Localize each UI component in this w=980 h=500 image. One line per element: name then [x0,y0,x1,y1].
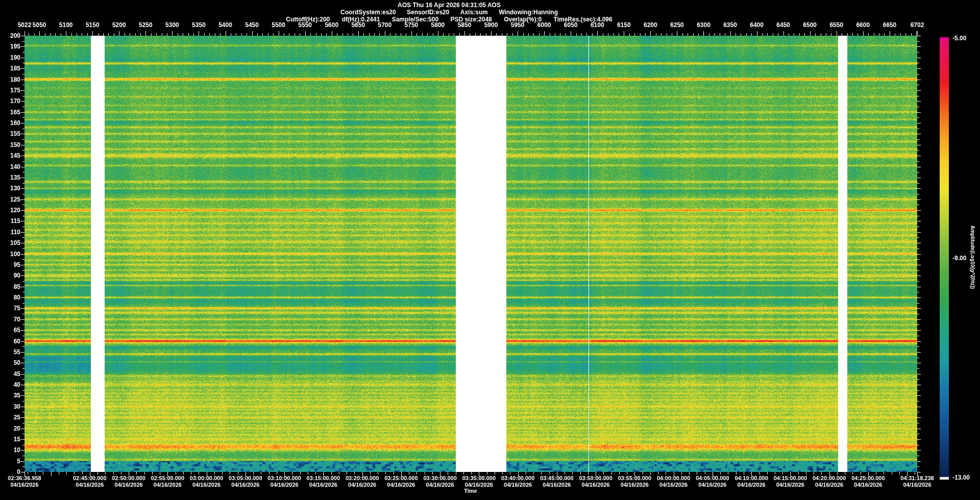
left-axis-tick-label: 190 [1,55,20,61]
left-axis-tick-label: 50 [1,360,20,366]
top-axis-tick-label: 5950 [511,21,525,29]
top-axis-tick-label: 5400 [218,21,232,29]
left-axis-tick-label: 20 [1,426,20,432]
param-sensorid: SensorID:es20 [407,9,449,16]
left-axis-tick-label: 125 [1,196,20,203]
top-axis-tick-label: 5050 [33,21,46,29]
time-value: 04:25:00.000 [851,475,885,481]
left-axis-tick-label: 75 [1,305,20,311]
colorbar-mid-label: -9.00 [952,255,966,262]
top-axis-tick-label: 5350 [192,21,206,29]
left-axis-tick-label: 110 [1,229,20,235]
top-axis-tick-label: 5550 [298,21,312,29]
top-axis-tick-label: 6650 [883,21,897,29]
left-axis-tick-label: 160 [1,120,20,126]
left-axis-tick-label: 25 [1,414,20,420]
top-axis-tick-label: 5100 [59,21,73,29]
left-axis-tick-label: 140 [1,164,20,170]
left-axis-tick-label: 165 [1,109,20,115]
left-axis-tick-label: 55 [1,349,20,355]
left-axis-tick-label: 185 [1,65,20,71]
top-axis-tick-label: 5250 [139,21,153,29]
left-axis-tick-label: 60 [1,338,20,344]
top-axis-tick-label: 6050 [564,21,578,29]
left-axis-tick-label: 45 [1,371,20,377]
top-axis-tick-label: 5850 [458,21,472,29]
top-axis-tick-label: 6250 [670,21,684,29]
param-windowing: Windowing:Hanning [499,9,558,16]
left-axis-tick-label: 80 [1,294,20,301]
left-axis-tick-label: 15 [1,436,20,442]
top-axis-tick-label: 5500 [272,21,285,29]
left-axis-tick-label: 135 [1,174,20,181]
left-axis-tick-label: 105 [1,240,20,246]
bottom-axis-time-label: 02:36:36.95804/16/2026 [0,475,58,488]
top-axis-tick-label: 6000 [537,21,551,29]
top-axis-tick-label: 5650 [351,21,365,29]
time-axis-title: Time [445,488,496,494]
spectrogram-plot[interactable] [24,36,917,472]
left-axis-tick-label: 30 [1,404,20,410]
colorbar-axis-title: Amplitude(Log10(g^2/Hz)) [970,226,975,289]
left-axis-tick-label: 115 [1,218,20,224]
top-axis-tick-label: 6350 [723,21,737,29]
left-axis-tick-label: 35 [1,392,20,398]
top-axis-tick-label: 5022 [18,21,32,29]
colorbar-max-label: -5.00 [952,35,966,42]
top-axis-tick-label: 5750 [405,21,419,29]
top-axis-tick-label: 6450 [776,21,790,29]
left-axis-tick-label: 150 [1,142,20,148]
left-axis-tick-label: 170 [1,98,20,104]
top-axis-tick-label: 6150 [617,21,631,29]
top-axis-tick-label: 5900 [484,21,498,29]
left-axis-tick-label: 200 [1,33,20,39]
bottom-axis-time-label: 04:31:18.23804/16/2026 [884,475,950,488]
left-axis-tick-label: 175 [1,87,20,93]
left-axis-tick-label: 10 [1,447,20,453]
left-axis-tick-label: 180 [1,77,20,83]
left-axis-tick-label: 5 [1,458,20,464]
top-axis-tick-label: 6300 [697,21,710,29]
left-axis-tick-label: 145 [1,153,20,159]
top-axis-tick-label: 6550 [829,21,843,29]
top-axis-tick-label: 6400 [750,21,764,29]
param-coordsystem: CoordSystem:es20 [340,9,396,16]
app-title: AOS Thu 16 Apr 2026 04:31:05 AOS [398,2,501,9]
top-axis-tick-label: 6600 [856,21,870,29]
top-axis-tick-label: 5700 [378,21,391,29]
left-axis-tick-label: 120 [1,207,20,213]
left-axis-tick-label: 65 [1,327,20,333]
header-title-line: AOS Thu 16 Apr 2026 04:31:05 AOS [0,2,898,9]
left-axis-tick-label: 130 [1,185,20,191]
top-axis-tick-label: 5450 [245,21,259,29]
left-axis-tick-label: 0 [1,469,20,475]
aos-spectrogram-screen: AOS Thu 16 Apr 2026 04:31:05 AOS CoordSy… [0,0,980,500]
top-axis-tick-label: 5150 [86,21,100,29]
left-axis-tick-label: 100 [1,251,20,257]
top-axis-tick-label: 6702 [911,21,924,29]
left-axis-tick-label: 155 [1,131,20,137]
param-axis: Axis:sum [460,9,488,16]
top-axis-tick-label: 5800 [431,21,445,29]
left-axis-tick-label: 85 [1,284,20,290]
header-params-line1: CoordSystem:es20 SensorID:es20 Axis:sum … [0,9,898,16]
left-axis-tick-label: 70 [1,316,20,322]
top-axis-tick-label: 5600 [325,21,338,29]
left-axis-tick-label: 40 [1,382,20,388]
date-value: 04/16/2026 [0,482,58,488]
top-axis-tick-label: 5200 [112,21,126,29]
top-axis-tick-label: 6100 [591,21,604,29]
colorbar-min-label: -13.00 [952,474,970,481]
left-axis-tick-label: 95 [1,262,20,268]
time-value: 04:31:18.238 [900,475,934,481]
time-value: 02:36:36.958 [8,475,41,481]
date-value: 04/16/2026 [884,482,950,488]
top-axis-tick-label: 5300 [165,21,179,29]
left-axis-tick-label: 90 [1,272,20,279]
left-axis-tick-label: 195 [1,43,20,49]
top-axis-tick-label: 6500 [803,21,817,29]
top-axis-tick-label: 6200 [644,21,657,29]
